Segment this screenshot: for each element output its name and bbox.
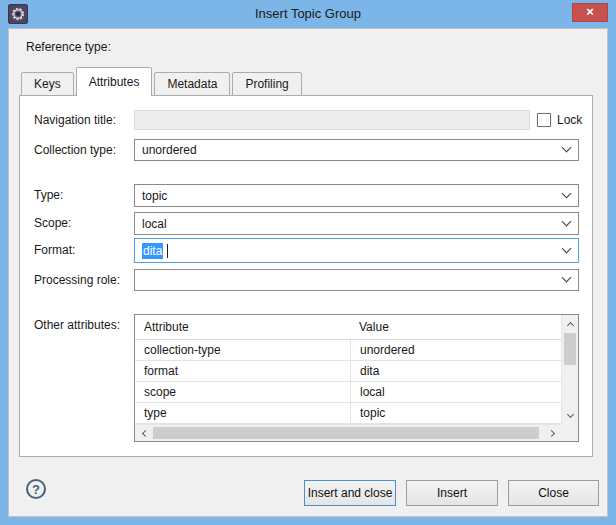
table-header: Attribute Value — [135, 315, 561, 340]
table-row[interactable]: scope local — [135, 382, 561, 403]
type-label: Type: — [34, 184, 63, 207]
format-combobox[interactable]: dita — [134, 238, 579, 263]
vertical-scrollbar-thumb[interactable] — [564, 333, 576, 365]
processing-role-label: Processing role: — [34, 269, 120, 291]
scope-combobox[interactable]: local — [134, 212, 579, 235]
lock-label: Lock — [557, 110, 582, 130]
collection-type-combobox[interactable]: unordered — [134, 139, 579, 161]
navigation-title-input[interactable] — [134, 110, 530, 130]
insert-button[interactable]: Insert — [406, 480, 498, 506]
tab-profiling[interactable]: Profiling — [232, 72, 301, 96]
format-selected-text: dita — [142, 243, 163, 259]
table-row[interactable]: type topic — [135, 403, 561, 424]
other-attributes-table: Attribute Value collection-type unordere… — [134, 314, 579, 442]
tab-attributes[interactable]: Attributes — [76, 67, 153, 96]
lock-checkbox[interactable] — [537, 113, 551, 127]
horizontal-scrollbar[interactable] — [135, 424, 561, 441]
chevron-down-icon — [563, 274, 570, 281]
table-row[interactable]: collection-type unordered — [135, 340, 561, 361]
scrollbar-corner — [561, 424, 578, 441]
close-button[interactable]: Close — [508, 480, 599, 506]
navigation-title-label: Navigation title: — [34, 110, 116, 130]
scroll-left-icon[interactable] — [135, 425, 152, 442]
window-title: Insert Topic Group — [0, 6, 616, 21]
chevron-down-icon — [563, 218, 570, 225]
attributes-tab-panel: Navigation title: Lock Collection type: … — [19, 95, 593, 457]
insert-topic-group-dialog: Insert Topic Group × Reference type: Key… — [0, 0, 616, 525]
vertical-scrollbar[interactable] — [561, 315, 578, 424]
insert-and-close-button[interactable]: Insert and close — [304, 480, 396, 506]
table-row[interactable]: format dita — [135, 361, 561, 382]
dialog-client-area: Reference type: Keys Attributes Metadata… — [8, 28, 608, 517]
close-icon[interactable]: × — [572, 3, 608, 22]
tab-metadata[interactable]: Metadata — [154, 72, 230, 96]
scope-label: Scope: — [34, 212, 71, 235]
other-attributes-label: Other attributes: — [34, 316, 120, 334]
chevron-down-icon — [563, 190, 570, 197]
scroll-down-icon[interactable] — [562, 407, 579, 424]
titlebar: Insert Topic Group × — [0, 0, 616, 28]
scroll-right-icon[interactable] — [544, 425, 561, 442]
type-combobox[interactable]: topic — [134, 184, 579, 207]
reference-type-label: Reference type: — [26, 40, 111, 54]
chevron-down-icon — [563, 245, 570, 252]
format-label: Format: — [34, 238, 75, 263]
column-header-value[interactable]: Value — [350, 315, 561, 339]
chevron-down-icon — [563, 144, 570, 151]
text-caret — [167, 244, 168, 258]
scroll-up-icon[interactable] — [562, 315, 579, 332]
collection-type-label: Collection type: — [34, 139, 116, 161]
tab-bar: Keys Attributes Metadata Profiling — [21, 67, 304, 96]
help-icon[interactable]: ? — [26, 479, 46, 499]
tab-keys[interactable]: Keys — [21, 72, 74, 96]
column-header-attribute[interactable]: Attribute — [135, 315, 350, 339]
processing-role-combobox[interactable] — [134, 269, 579, 291]
horizontal-scrollbar-thumb[interactable] — [153, 427, 539, 439]
